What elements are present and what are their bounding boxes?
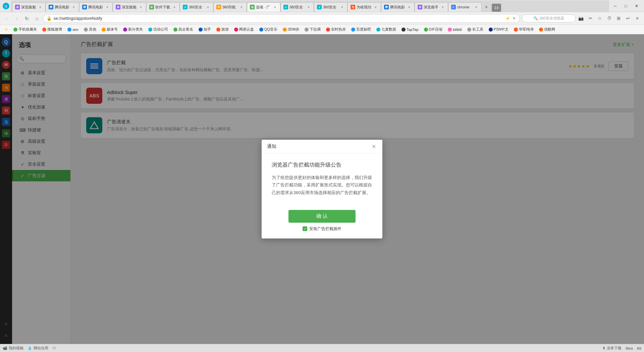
tab-2-close[interactable]: × bbox=[105, 5, 110, 9]
maximize-button[interactable]: □ bbox=[621, 3, 631, 9]
status-download[interactable]: ⬇ 业务下载 bbox=[602, 346, 622, 351]
screenshot-btn[interactable]: 📷 bbox=[577, 14, 585, 23]
bm-favicon-0 bbox=[13, 28, 17, 32]
droplet-icon: 💧 bbox=[28, 346, 32, 350]
forward-button[interactable]: › bbox=[13, 14, 21, 23]
tab-9[interactable]: 3 360安全 × bbox=[314, 2, 347, 12]
bookmark-17[interactable]: TapTap bbox=[399, 27, 420, 32]
bm-favicon-6 bbox=[148, 28, 152, 32]
star-btn[interactable]: ☆ bbox=[596, 14, 604, 23]
refresh-button[interactable]: ↻ bbox=[23, 14, 31, 23]
tab-7-close[interactable]: × bbox=[273, 5, 277, 9]
address-bar[interactable]: 🔒 se://settings/appstoreNotify ⚡ ▼ bbox=[43, 14, 520, 23]
dropdown-arrow[interactable]: ▼ bbox=[512, 16, 516, 21]
bookmark-13[interactable]: 下拉调 bbox=[303, 26, 323, 33]
bm-favicon-10 bbox=[234, 28, 238, 32]
notification-dialog: 通知 ✕ 浏览器广告拦截功能升级公告 为了给您提供更好的体验和更多样的选择，我们… bbox=[262, 140, 382, 238]
install-checkbox[interactable]: ✓ bbox=[303, 226, 307, 231]
tab-7-active[interactable]: 选 选项 · 广 × bbox=[247, 2, 280, 12]
bookmark-10[interactable]: 网易云盘 bbox=[232, 26, 256, 33]
tab-7-label: 选项 · 广 bbox=[256, 5, 270, 10]
bm-favicon-13 bbox=[305, 28, 309, 32]
bookmark-9[interactable]: 旅游 bbox=[214, 26, 231, 33]
status-measure[interactable]: Mea bbox=[626, 346, 633, 350]
bookmark-22[interactable]: 华军纯净 bbox=[512, 26, 536, 33]
status-site-info[interactable]: 💧 网站信用 bbox=[28, 346, 48, 351]
bookmark-14[interactable]: 实时热赤 bbox=[324, 26, 348, 33]
bookmark-19[interactable]: bilibili bbox=[446, 27, 464, 32]
tab-9-close[interactable]: × bbox=[340, 5, 344, 9]
tab-8-close[interactable]: × bbox=[306, 5, 311, 9]
nav-right-tools: 🔍 360安全浏览器 📷 ✂ ☆ ⏱ ⊞ ↩ ≡ bbox=[522, 14, 641, 23]
bookmark-12[interactable]: 3DM赤 bbox=[281, 26, 301, 33]
confirm-button[interactable]: 确 认 bbox=[288, 210, 356, 223]
bookmark-16[interactable]: 七麦数据 bbox=[374, 26, 398, 33]
search-box-nav[interactable]: 🔍 360安全浏览器 bbox=[522, 14, 576, 23]
minimize-button[interactable]: ─ bbox=[610, 3, 620, 9]
close-button[interactable]: ✕ bbox=[632, 3, 641, 9]
timer-btn[interactable]: ⏱ bbox=[605, 14, 613, 23]
bookmark-11[interactable]: QQ音乐 bbox=[257, 26, 279, 33]
bookmark-3[interactable]: 其他 bbox=[82, 26, 98, 33]
status-shield[interactable]: 🛡 bbox=[52, 346, 56, 350]
tab-3-close[interactable]: × bbox=[139, 5, 143, 9]
tab-12-close[interactable]: × bbox=[440, 5, 445, 9]
tab-4-close[interactable]: × bbox=[172, 5, 177, 9]
undo-btn[interactable]: ↩ bbox=[624, 14, 632, 23]
new-tab-button[interactable]: + bbox=[482, 2, 491, 12]
tab-count-badge[interactable]: 14 bbox=[492, 4, 501, 12]
bookmark-20[interactable]: 长工具 bbox=[465, 26, 485, 33]
bm-favicon-21 bbox=[489, 28, 493, 32]
back-button[interactable]: ‹ bbox=[3, 14, 11, 23]
status-attach[interactable]: Att bbox=[637, 346, 641, 350]
bookmark-0[interactable]: 手机收藏夹 bbox=[11, 26, 39, 33]
download-icon: ⬇ bbox=[602, 346, 605, 350]
bookmark-1[interactable]: 搜狐微博 bbox=[40, 26, 64, 33]
tab-8[interactable]: 3 360安全 × bbox=[280, 2, 314, 12]
bookmark-star[interactable]: ★ bbox=[3, 27, 10, 32]
status-video[interactable]: 📹 我的视频 bbox=[3, 346, 23, 351]
bm-favicon-8 bbox=[199, 28, 203, 32]
tab-13-label: chrome bbox=[457, 5, 470, 9]
scissors-btn[interactable]: ✂ bbox=[586, 14, 594, 23]
tab-10-close[interactable]: × bbox=[373, 5, 378, 9]
tab-6[interactable]: 导 360导航 × bbox=[213, 2, 247, 12]
tab-3[interactable]: 深 深宜曲魁 × bbox=[113, 2, 146, 12]
bookmark-7[interactable]: 昌企客名 bbox=[171, 26, 195, 33]
tab-10[interactable]: 为 为啥我功 × bbox=[347, 2, 381, 12]
tab-12[interactable]: 深 深宜曲手 × bbox=[415, 2, 448, 12]
bookmark-18[interactable]: GIF压缩 bbox=[422, 26, 444, 33]
dialog-header: 通知 ✕ bbox=[262, 140, 382, 153]
bookmark-23[interactable]: 优酷网 bbox=[537, 26, 557, 33]
tab-13[interactable]: C chrome × bbox=[448, 2, 482, 12]
home-button[interactable]: ⌂ bbox=[33, 14, 41, 23]
tab-6-close[interactable]: × bbox=[239, 5, 244, 9]
tab-0-close[interactable]: × bbox=[38, 5, 43, 9]
bookmark-15[interactable]: 百度贴吧 bbox=[349, 26, 373, 33]
bookmark-4[interactable]: 媒体号 bbox=[100, 26, 120, 33]
secure-icon: 🔒 bbox=[47, 16, 52, 21]
bookmark-21[interactable]: PSN中文 bbox=[487, 26, 511, 33]
tab-5-close[interactable]: × bbox=[206, 5, 210, 9]
grid-btn[interactable]: ⊞ bbox=[614, 14, 623, 23]
tab-11-close[interactable]: × bbox=[407, 5, 412, 9]
tab-2[interactable]: 腾 腾讯电影 × bbox=[79, 2, 113, 12]
tab-5[interactable]: 3 360安全 × bbox=[180, 2, 213, 12]
tab-2-label: 腾讯电影 bbox=[88, 5, 103, 10]
lightning-icon: ⚡ bbox=[505, 16, 510, 21]
bookmark-8[interactable]: 知乎 bbox=[197, 26, 213, 33]
tab-0[interactable]: 深 深宜曲魁 × bbox=[12, 2, 46, 12]
install-checkbox-row[interactable]: ✓ 安装广告拦截插件 bbox=[303, 226, 341, 232]
menu-btn[interactable]: ≡ bbox=[633, 14, 641, 23]
tab-1-close[interactable]: × bbox=[71, 5, 76, 9]
tab-11[interactable]: 腾 腾讯电影 × bbox=[381, 2, 415, 12]
bookmark-2[interactable]: seo bbox=[65, 27, 80, 32]
star-icon: ★ bbox=[5, 27, 8, 32]
bookmark-6[interactable]: 活动公司 bbox=[146, 26, 170, 33]
tab-1[interactable]: 腾 腾讯电影 × bbox=[46, 2, 79, 12]
bookmark-5[interactable]: 新分类夹 bbox=[121, 26, 145, 33]
title-bar-left: 3 bbox=[3, 3, 9, 9]
tab-4[interactable]: 软 软件下载 × bbox=[146, 2, 180, 12]
tab-13-close[interactable]: × bbox=[474, 5, 479, 9]
dialog-close-button[interactable]: ✕ bbox=[370, 143, 377, 150]
